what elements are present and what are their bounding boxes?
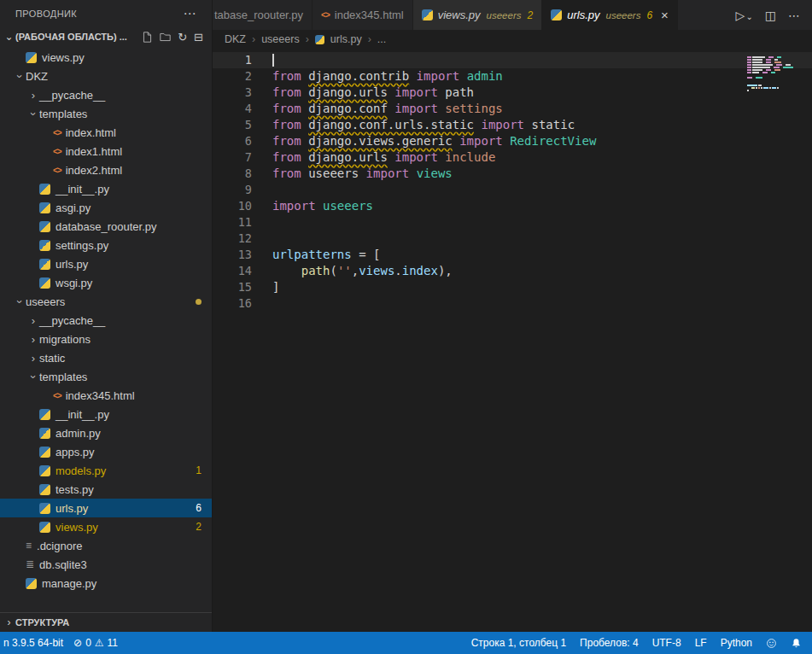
- code-line-14[interactable]: 14 path('',views.index),: [213, 263, 812, 279]
- more-actions-button[interactable]: ⋯: [788, 9, 800, 22]
- file-label: .dcignore: [37, 540, 82, 552]
- python-file-icon: [39, 522, 50, 533]
- tree-item-index1.html[interactable]: <>index1.html: [0, 142, 212, 161]
- tree-item-__init__.py[interactable]: __init__.py: [0, 179, 212, 198]
- tree-item-database_roouter.py[interactable]: database_roouter.py: [0, 217, 212, 236]
- run-button[interactable]: ▷ ⌄: [736, 9, 753, 22]
- minimap[interactable]: [745, 52, 812, 96]
- breadcrumb-item-...[interactable]: ...: [377, 33, 386, 45]
- collapse-all-icon[interactable]: ⊟: [194, 31, 203, 44]
- tree-item-apps.py[interactable]: apps.py: [0, 442, 212, 461]
- code-line-5[interactable]: 5from django.conf.urls.static import sta…: [213, 117, 812, 133]
- tree-item-templates[interactable]: ›templates: [0, 104, 212, 123]
- tree-item-index2.html[interactable]: <>index2.html: [0, 161, 212, 179]
- code-text: [252, 52, 272, 68]
- tree-item-urls.py[interactable]: urls.py: [0, 254, 212, 273]
- breadcrumb-item-DKZ[interactable]: DKZ: [225, 33, 246, 45]
- python-file-icon: [39, 503, 50, 514]
- tree-item-migrations[interactable]: ›migrations: [0, 330, 212, 348]
- close-icon[interactable]: ×: [661, 9, 669, 21]
- python-version-status[interactable]: n 3.9.5 64-bit: [3, 637, 63, 649]
- tree-item-DKZ[interactable]: ›DKZ: [0, 67, 212, 85]
- file-label: migrations: [39, 333, 91, 346]
- tree-item-__init__.py[interactable]: __init__.py: [0, 405, 212, 423]
- outline-section-header[interactable]: › СТРУКТУРА: [0, 612, 212, 632]
- tree-item-asgi.py[interactable]: asgi.py: [0, 198, 212, 217]
- refresh-icon[interactable]: ↻: [178, 31, 187, 44]
- chevron-down-icon: ›: [27, 371, 40, 382]
- tab-urls.py[interactable]: urls.pyuseeers6×: [542, 0, 678, 30]
- eol-status[interactable]: LF: [695, 637, 707, 649]
- code-line-10[interactable]: 10import useeers: [213, 198, 812, 214]
- tree-item-models.py[interactable]: models.py1: [0, 461, 212, 480]
- tree-item-settings.py[interactable]: settings.py: [0, 236, 212, 254]
- tree-item-templates[interactable]: ›templates: [0, 367, 212, 386]
- tree-item-admin.py[interactable]: admin.py: [0, 423, 212, 442]
- tree-item-index345.html[interactable]: <>index345.html: [0, 386, 212, 405]
- code-editor-container[interactable]: 12from django.contrib import admin3from …: [213, 49, 812, 632]
- python-file-icon: [39, 465, 50, 476]
- tree-item-manage.py[interactable]: manage.py: [0, 574, 212, 593]
- code-text: [252, 231, 272, 247]
- tree-item-tests.py[interactable]: tests.py: [0, 480, 212, 499]
- chevron-down-icon: ⌄: [745, 12, 752, 21]
- code-line-9[interactable]: 9: [213, 182, 812, 198]
- tree-item-wsgi.py[interactable]: wsgi.py: [0, 273, 212, 292]
- problems-status[interactable]: ⊘ 0 ⚠ 11: [73, 637, 118, 649]
- code-text: path('',views.index),: [252, 263, 453, 279]
- file-label: manage.py: [42, 577, 96, 590]
- code-line-15[interactable]: 15]: [213, 279, 812, 295]
- cursor-position-status[interactable]: Строка 1, столбец 1: [471, 637, 566, 649]
- feedback-smiley-icon[interactable]: [766, 638, 777, 649]
- tree-item-views.py[interactable]: views.py2: [0, 517, 212, 536]
- tree-item-urls.py[interactable]: urls.py6: [0, 499, 212, 517]
- code-line-11[interactable]: 11: [213, 214, 812, 231]
- python-file-icon: [39, 184, 50, 195]
- encoding-status[interactable]: UTF-8: [652, 637, 681, 649]
- breadcrumb-item-useeers[interactable]: useeers: [261, 33, 299, 45]
- breadcrumb-item-urls.py[interactable]: urls.py: [330, 33, 362, 45]
- workspace-section-header[interactable]: ⌄ (РАБОЧАЯ ОБЛАСТЬ) ... ↻ ⊟: [0, 27, 212, 46]
- tab-tabase_roouter.py[interactable]: tabase_roouter.py: [213, 0, 313, 30]
- code-line-6[interactable]: 6from django.views.generic import Redire…: [213, 133, 812, 149]
- indentation-status[interactable]: Пробелов: 4: [580, 637, 639, 649]
- code-line-16[interactable]: 16: [213, 295, 812, 312]
- code-line-1[interactable]: 1: [213, 52, 812, 68]
- tab-label: tabase_roouter.py: [214, 9, 303, 21]
- code-editor: 12from django.contrib import admin3from …: [213, 52, 812, 312]
- code-line-2[interactable]: 2from django.contrib import admin: [213, 68, 812, 85]
- tree-item-index.html[interactable]: <>index.html: [0, 123, 212, 142]
- tree-item-views.py[interactable]: views.py: [0, 48, 212, 67]
- tab-views.py[interactable]: views.pyuseeers2: [413, 0, 542, 30]
- notifications-bell-icon[interactable]: [791, 638, 802, 649]
- python-file-icon: [39, 240, 50, 251]
- new-file-icon[interactable]: [142, 32, 153, 43]
- python-file-icon: [39, 259, 50, 270]
- code-line-7[interactable]: 7from django.urls import include: [213, 149, 812, 166]
- code-line-12[interactable]: 12: [213, 231, 812, 247]
- chevron-right-icon: ›: [27, 314, 39, 327]
- python-file-icon: [39, 221, 50, 232]
- editor-group: tabase_roouter.py<>index345.htmlviews.py…: [213, 0, 812, 632]
- line-number: 13: [213, 247, 252, 263]
- panel-more-actions-button[interactable]: ⋯: [184, 6, 196, 21]
- tree-item-static[interactable]: ›static: [0, 348, 212, 367]
- code-line-4[interactable]: 4from django.conf import settings: [213, 101, 812, 117]
- language-mode-status[interactable]: Python: [721, 637, 752, 649]
- tab-index345.html[interactable]: <>index345.html: [313, 0, 413, 30]
- code-text: urlpatterns = [: [252, 247, 380, 263]
- new-folder-icon[interactable]: [160, 32, 171, 43]
- split-editor-button[interactable]: ◫: [765, 9, 776, 22]
- tree-item-__pycache__[interactable]: ›__pycache__: [0, 311, 212, 330]
- tree-item-__pycache__[interactable]: ›__pycache__: [0, 85, 212, 104]
- tree-item-.dcignore[interactable]: ≡.dcignore: [0, 536, 212, 555]
- tree-item-useeers[interactable]: ›useeers: [0, 292, 212, 311]
- line-number: 1: [213, 52, 252, 68]
- file-label: static: [39, 352, 65, 365]
- file-label: useeers: [26, 295, 65, 308]
- line-number: 9: [213, 182, 252, 198]
- code-line-8[interactable]: 8from useeers import views: [213, 166, 812, 182]
- code-line-13[interactable]: 13urlpatterns = [: [213, 247, 812, 263]
- code-line-3[interactable]: 3from django.urls import path: [213, 85, 812, 101]
- tree-item-db.sqlite3[interactable]: ≣db.sqlite3: [0, 555, 212, 574]
